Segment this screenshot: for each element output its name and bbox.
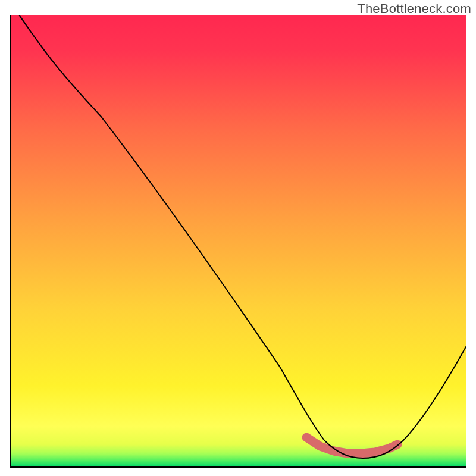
plot-background — [10, 15, 466, 467]
watermark-text: TheBottleneck.com — [357, 1, 471, 17]
chart-svg — [0, 0, 476, 476]
chart-container: TheBottleneck.com — [0, 0, 476, 476]
